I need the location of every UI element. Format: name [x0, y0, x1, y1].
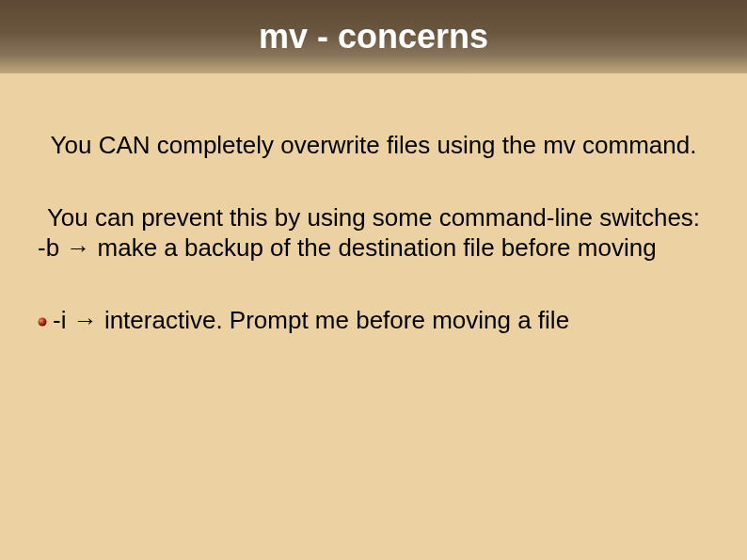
- switches-intro: You can prevent this by using some comma…: [38, 202, 709, 233]
- paragraph-overwrite-warning: You CAN completely overwrite files using…: [38, 130, 709, 161]
- slide-title: mv - concerns: [259, 17, 488, 56]
- paragraph-switches: You can prevent this by using some comma…: [38, 202, 709, 264]
- slide-body: You CAN completely overwrite files using…: [0, 73, 747, 335]
- bullet-icon: [38, 317, 47, 327]
- svg-point-0: [39, 317, 47, 326]
- slide: mv - concerns You CAN completely overwri…: [0, 0, 747, 560]
- switch-i-row: -i → interactive. Prompt me before movin…: [38, 305, 709, 336]
- switch-i-description: -i → interactive. Prompt me before movin…: [53, 305, 569, 336]
- title-bar: mv - concerns: [0, 0, 747, 73]
- switch-b-description: -b → make a backup of the destination fi…: [38, 232, 709, 264]
